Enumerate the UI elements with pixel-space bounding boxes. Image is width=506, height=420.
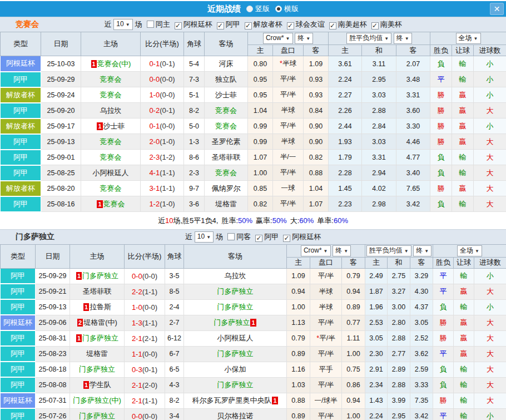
team-label: 小阿根廷人: [93, 169, 129, 177]
away-team-cell: 沙士菲: [205, 87, 248, 103]
odds-cell: 0.79: [287, 330, 310, 346]
team-label: 堤格雷: [215, 200, 237, 208]
odds-company-select[interactable]: Crow*▼: [263, 33, 293, 44]
odds-cell: 0.86: [342, 377, 365, 393]
filter-checkbox-same-venue[interactable]: [147, 21, 154, 28]
filter-checkbox-league[interactable]: ✓: [371, 22, 379, 29]
match-date-cell: 25-09-21: [36, 284, 70, 299]
handicap-result-cell: 輸: [452, 165, 474, 181]
team-label: 小保加: [225, 365, 246, 373]
scope-select[interactable]: 全场▼: [457, 245, 482, 256]
filter-checkbox-league-label[interactable]: 球会友谊: [296, 20, 325, 28]
avg-odds-cell: 3.42: [396, 196, 430, 212]
avg-odds-select[interactable]: 胜平负均值▼: [346, 33, 391, 44]
goals-result-cell: 大: [474, 377, 506, 393]
filter-checkbox-league[interactable]: ✓: [255, 235, 262, 242]
home-team-cell: 2堤格雷(中): [70, 315, 125, 330]
rank-badge: 1: [91, 60, 97, 68]
corner-cell: 2-4: [165, 299, 184, 315]
avg-odds-cell: 3.99: [388, 393, 410, 408]
away-team-cell: 贝尔格拉诺: [184, 408, 287, 420]
team-label: 堤格雷: [86, 349, 108, 358]
team-label: 竞赛会: [100, 137, 122, 146]
odds-cell: 0.79: [342, 268, 365, 284]
handicap-line-cell: 平/半: [310, 346, 342, 362]
match-row: 阿甲25-08-25小阿根廷人4-1(1-1)2-3竞赛会1.00平/半0.88…: [1, 165, 506, 181]
score-cell: 0-1(0-1): [141, 56, 184, 72]
text: (0-0): [142, 272, 157, 280]
rank-badge: 1: [250, 319, 256, 327]
avg-final-select[interactable]: 终▼: [394, 33, 412, 44]
avg-final-select[interactable]: 终▼: [413, 245, 431, 256]
match-count-select[interactable]: 10▼: [113, 19, 132, 30]
avg-odds-cell: 2.26: [329, 103, 362, 118]
handicap-result-cell: 贏: [452, 87, 474, 103]
filter-checkbox-league-label[interactable]: 阿根廷杯: [183, 20, 212, 28]
col-header-corner: 角球: [184, 32, 205, 56]
filter-checkbox-league-label[interactable]: 阿甲: [264, 233, 279, 241]
match-date-cell: 25-09-17: [41, 118, 81, 134]
score-cell: 3-1(1-1): [141, 181, 184, 196]
odds-company-select[interactable]: Crow*▼: [301, 245, 331, 256]
result-group-header: 全场▼: [433, 244, 506, 257]
away-team-cell: 独立队: [205, 72, 248, 87]
text: 0-0: [149, 75, 160, 83]
filter-checkbox-league[interactable]: ✓: [245, 22, 252, 29]
filter-checkbox-league[interactable]: ✓: [283, 235, 290, 242]
avg-odds-select[interactable]: 胜平负均值▼: [366, 245, 411, 256]
rank-badge: 1: [97, 200, 102, 208]
chevron-down-icon: ▼: [474, 36, 478, 41]
match-date-cell: 25-09-29: [41, 72, 81, 87]
filter-checkbox-same-venue-label[interactable]: 同主: [156, 20, 170, 28]
team-label: 拉鲁斯: [90, 303, 111, 311]
text: (0-0): [160, 91, 175, 99]
scope-select[interactable]: 全场▼: [456, 33, 481, 44]
col-header-odds-away: 客: [304, 45, 329, 56]
filter-checkbox-league[interactable]: ✓: [175, 22, 182, 29]
avg-odds-cell: 4.02: [362, 181, 396, 196]
match-count-select[interactable]: 10▼: [195, 231, 214, 243]
odds-final-select[interactable]: 终▼: [295, 33, 313, 44]
goals-result-cell: 小: [474, 72, 506, 87]
avg-odds-cell: 1.93: [329, 134, 362, 150]
team-label: 小阿根廷人: [217, 334, 254, 342]
filter-checkbox-same-venue-label[interactable]: 同客: [236, 233, 251, 241]
radio-vertical-label[interactable]: 竖版: [255, 4, 270, 14]
text: 2-1: [132, 397, 142, 405]
team-label: 竞赛会: [100, 75, 122, 83]
goals-result-cell: 大: [474, 196, 506, 212]
avg-odds-cell: 2.27: [329, 87, 362, 103]
text: 0-1: [149, 122, 160, 130]
radio-vertical-layout[interactable]: [246, 6, 253, 12]
filter-checkbox-league-label[interactable]: 南美超杯: [338, 20, 367, 28]
corner-cell: 1-3: [184, 134, 205, 150]
col-header-handicap: 让球: [454, 257, 474, 268]
corner-cell: 5-1: [184, 87, 205, 103]
odds-cell: 1.00: [287, 299, 310, 315]
close-icon[interactable]: ✕: [490, 3, 504, 15]
handicap-result-cell: 輸: [452, 150, 474, 165]
result-cell: 負: [430, 196, 452, 212]
odds-cell: 0.89: [287, 408, 310, 420]
result-cell: 勝: [433, 393, 454, 408]
filter-checkbox-league-label[interactable]: 阿甲: [226, 20, 240, 28]
filter-checkbox-league-label[interactable]: 解放者杯: [254, 20, 282, 28]
radio-horizontal-label[interactable]: 横版: [284, 4, 299, 14]
filter-checkbox-league[interactable]: ✓: [217, 22, 224, 29]
filter-checkbox-league-label[interactable]: 阿根廷杯: [292, 233, 321, 241]
odds-final-select[interactable]: 终▼: [333, 245, 351, 256]
col-header-result: 胜负: [433, 257, 454, 268]
goals-result-cell: 小: [474, 268, 506, 284]
avg-odds-cell: 2.95: [388, 408, 410, 420]
filter-checkbox-same-venue[interactable]: [227, 233, 235, 240]
radio-horizontal-layout[interactable]: [275, 6, 282, 12]
filter-checkbox-league[interactable]: ✓: [329, 22, 336, 29]
goals-result-cell: 大: [474, 362, 506, 377]
match-date-cell: 25-07-26: [36, 408, 70, 420]
match-row: 阿甲25-09-21圣塔菲联2-2(1-1)8-5门多萨独立0.94半球0.94…: [1, 284, 506, 299]
match-row: 阿甲25-09-131拉鲁斯1-0(0-0)2-4门多萨独立1.00半球0.89…: [1, 299, 506, 315]
col-header-corner: 角球: [165, 244, 184, 268]
filter-checkbox-league[interactable]: ✓: [287, 22, 294, 29]
filter-checkbox-league-label[interactable]: 南美杯: [380, 20, 402, 28]
away-team-cell: 门多萨独立: [184, 299, 287, 315]
